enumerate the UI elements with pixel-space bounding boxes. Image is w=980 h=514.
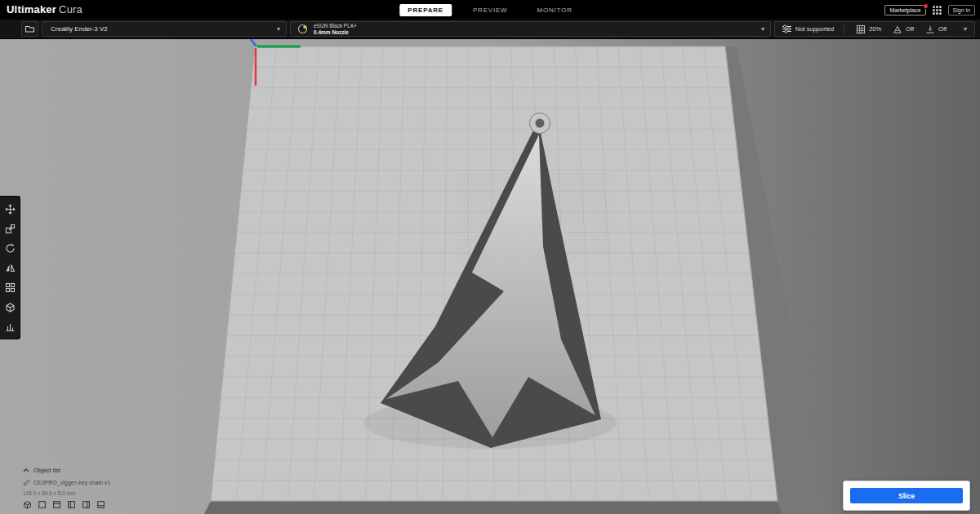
chevron-up-icon	[23, 468, 29, 472]
view-right-icon[interactable]	[82, 500, 91, 509]
nozzle-size: 0.4mm Nozzle	[314, 29, 357, 36]
cura-app: UltimakerCura PREPARE PREVIEW MONITOR Ma…	[0, 0, 980, 514]
chevron-down-icon: ▾	[271, 26, 286, 33]
extruder-icon	[297, 24, 308, 34]
view-left-icon[interactable]	[67, 500, 76, 509]
adhesion-value: Off	[938, 25, 947, 33]
tab-monitor[interactable]: MONITOR	[528, 4, 580, 16]
material-selector[interactable]: eSUN Black PLA+ 0.4mm Nozzle ▾	[290, 21, 771, 37]
stage-tabs: PREPARE PREVIEW MONITOR	[399, 0, 580, 20]
material-info: eSUN Black PLA+ 0.4mm Nozzle	[314, 23, 357, 36]
slice-button[interactable]: Slice	[850, 488, 963, 503]
apps-grid-icon[interactable]	[933, 6, 942, 15]
folder-icon	[24, 24, 35, 34]
move-tool[interactable]	[0, 199, 20, 219]
view-top-icon[interactable]	[52, 500, 61, 509]
sign-in-button[interactable]: Sign in	[948, 5, 975, 16]
tab-preview[interactable]: PREVIEW	[465, 4, 516, 16]
marketplace-label: Marketplace	[889, 7, 920, 13]
object-dimensions: 145.0 x 89.6 x 5.0 mm	[23, 490, 110, 496]
settings-summary: 20% Off Off ▾	[844, 24, 974, 34]
adhesion-summary: Off	[925, 24, 947, 34]
support-blocker-tool[interactable]	[0, 297, 20, 317]
support-summary: Off	[893, 24, 914, 34]
viewport-3d[interactable]	[0, 39, 980, 514]
printer-selector[interactable]: Creality Ender-3 V2 ▾	[42, 21, 287, 37]
brand-light: Cura	[59, 3, 82, 16]
mirror-tool[interactable]	[0, 258, 20, 277]
chevron-down-icon: ▾	[755, 26, 770, 33]
custom-supports-tool[interactable]	[0, 317, 20, 336]
divider	[844, 24, 844, 34]
profile-status-group: Not supported	[782, 24, 834, 34]
marketplace-button[interactable]: Marketplace	[884, 5, 925, 16]
tool-rail	[0, 196, 20, 339]
brand-bold: Ultimaker	[7, 3, 56, 16]
object-list-item[interactable]: CE3PRO_vlggen key chain v1	[23, 479, 110, 486]
print-settings-selector[interactable]: Not supported 20% Off	[774, 21, 975, 37]
top-bar: UltimakerCura PREPARE PREVIEW MONITOR Ma…	[0, 0, 980, 20]
printer-name: Creality Ender-3 V2	[51, 25, 108, 33]
sliders-icon	[782, 24, 792, 34]
support-value: Off	[906, 25, 914, 33]
notification-dot	[923, 3, 929, 9]
object-list-panel: Object list CE3PRO_vlggen key chain v1 1…	[23, 467, 110, 496]
app-logo: UltimakerCura	[7, 3, 82, 16]
open-file-button[interactable]	[21, 21, 38, 37]
view-bottom-icon[interactable]	[96, 500, 105, 509]
slice-panel: Slice	[843, 481, 970, 511]
top-right-actions: Marketplace Sign in	[884, 0, 975, 20]
pencil-icon	[23, 479, 30, 486]
view-front-icon[interactable]	[38, 500, 47, 509]
infill-icon	[856, 24, 866, 34]
model-ring-hole	[536, 119, 545, 128]
view-presets	[23, 500, 105, 509]
view-3d-icon[interactable]	[23, 500, 32, 509]
object-list-toggle[interactable]: Object list	[23, 467, 110, 474]
tab-prepare[interactable]: PREPARE	[399, 4, 452, 16]
material-name: eSUN Black PLA+	[314, 23, 357, 29]
chevron-down-icon: ▾	[958, 26, 973, 33]
object-name: CE3PRO_vlggen key chain v1	[33, 480, 110, 485]
profile-status: Not supported	[795, 25, 834, 33]
per-model-settings-tool[interactable]	[0, 277, 20, 297]
adhesion-icon	[925, 24, 935, 34]
support-icon	[893, 24, 902, 34]
infill-value: 20%	[869, 25, 881, 33]
plate-front-face	[204, 501, 782, 514]
scale-tool[interactable]	[0, 219, 20, 238]
infill-summary: 20%	[856, 24, 881, 34]
object-list-title: Object list	[33, 467, 60, 474]
config-bar: Creality Ender-3 V2 ▾ eSUN Black PLA+ 0.…	[0, 20, 980, 39]
rotate-tool[interactable]	[0, 238, 20, 258]
